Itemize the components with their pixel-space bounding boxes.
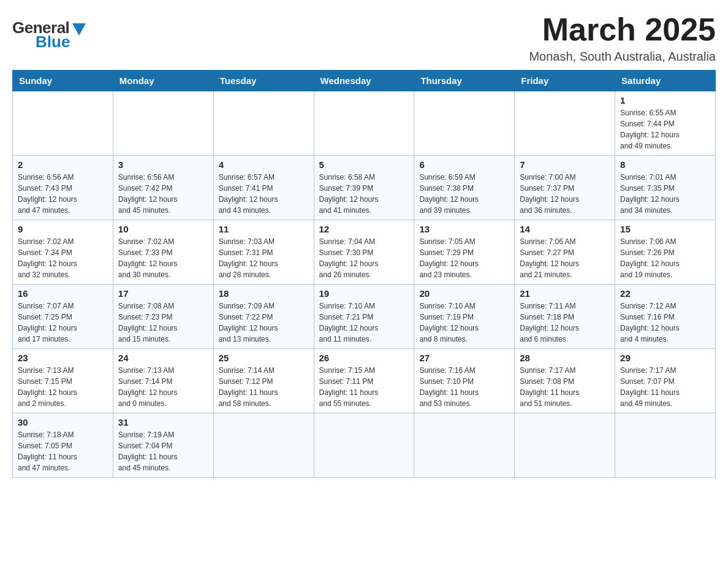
day-number: 12: [319, 224, 409, 234]
day-number: 19: [319, 288, 409, 299]
day-number: 16: [18, 288, 108, 299]
day-number: 29: [620, 353, 710, 363]
calendar-week-row: 1Sunrise: 6:55 AM Sunset: 7:44 PM Daylig…: [13, 91, 716, 156]
day-number: 14: [520, 224, 610, 234]
calendar-cell: [113, 91, 213, 156]
day-info: Sunrise: 7:19 AM Sunset: 7:04 PM Dayligh…: [118, 429, 208, 473]
calendar-week-row: 23Sunrise: 7:13 AM Sunset: 7:15 PM Dayli…: [13, 349, 716, 413]
calendar-cell: [515, 413, 615, 478]
calendar-cell: 2Sunrise: 6:56 AM Sunset: 7:43 PM Daylig…: [13, 156, 113, 220]
calendar-cell: 17Sunrise: 7:08 AM Sunset: 7:23 PM Dayli…: [113, 285, 213, 349]
calendar-cell: 28Sunrise: 7:17 AM Sunset: 7:08 PM Dayli…: [515, 349, 615, 413]
calendar-cell: 23Sunrise: 7:13 AM Sunset: 7:15 PM Dayli…: [13, 349, 113, 413]
day-number: 6: [419, 159, 509, 170]
day-info: Sunrise: 7:04 AM Sunset: 7:30 PM Dayligh…: [319, 236, 409, 280]
header: General Blue March 2025 Monash, South Au…: [12, 12, 716, 64]
day-info: Sunrise: 7:10 AM Sunset: 7:21 PM Dayligh…: [319, 301, 409, 345]
calendar-cell: 20Sunrise: 7:10 AM Sunset: 7:19 PM Dayli…: [414, 285, 515, 349]
calendar-header-row: SundayMondayTuesdayWednesdayThursdayFrid…: [13, 71, 716, 91]
weekday-header: Monday: [113, 71, 213, 91]
day-number: 27: [419, 353, 509, 363]
day-info: Sunrise: 7:16 AM Sunset: 7:10 PM Dayligh…: [419, 365, 509, 409]
month-title: March 2025: [529, 12, 716, 47]
day-number: 25: [219, 353, 309, 363]
day-number: 20: [419, 288, 509, 299]
day-info: Sunrise: 7:11 AM Sunset: 7:18 PM Dayligh…: [520, 301, 610, 345]
day-info: Sunrise: 6:58 AM Sunset: 7:39 PM Dayligh…: [319, 172, 409, 216]
logo: General Blue: [12, 18, 86, 52]
weekday-header: Thursday: [414, 71, 515, 91]
calendar-cell: 19Sunrise: 7:10 AM Sunset: 7:21 PM Dayli…: [314, 285, 414, 349]
calendar-week-row: 30Sunrise: 7:18 AM Sunset: 7:05 PM Dayli…: [13, 413, 716, 478]
weekday-header: Sunday: [13, 71, 113, 91]
day-info: Sunrise: 6:55 AM Sunset: 7:44 PM Dayligh…: [620, 107, 710, 151]
calendar-cell: 15Sunrise: 7:06 AM Sunset: 7:26 PM Dayli…: [615, 220, 716, 285]
day-number: 5: [319, 159, 409, 170]
day-number: 22: [620, 288, 710, 299]
day-info: Sunrise: 7:09 AM Sunset: 7:22 PM Dayligh…: [219, 301, 309, 345]
day-number: 4: [219, 159, 309, 170]
calendar-cell: 30Sunrise: 7:18 AM Sunset: 7:05 PM Dayli…: [13, 413, 113, 478]
day-number: 9: [18, 224, 108, 234]
day-number: 7: [520, 159, 610, 170]
day-number: 2: [18, 159, 108, 170]
calendar-cell: 22Sunrise: 7:12 AM Sunset: 7:16 PM Dayli…: [615, 285, 716, 349]
day-info: Sunrise: 7:13 AM Sunset: 7:14 PM Dayligh…: [118, 365, 208, 409]
calendar-cell: [314, 91, 414, 156]
calendar-cell: [13, 91, 113, 156]
day-info: Sunrise: 7:07 AM Sunset: 7:25 PM Dayligh…: [18, 301, 108, 345]
day-info: Sunrise: 7:00 AM Sunset: 7:37 PM Dayligh…: [520, 172, 610, 216]
location-title: Monash, South Australia, Australia: [529, 50, 716, 64]
day-info: Sunrise: 7:14 AM Sunset: 7:12 PM Dayligh…: [219, 365, 309, 409]
day-number: 3: [118, 159, 208, 170]
day-info: Sunrise: 7:17 AM Sunset: 7:07 PM Dayligh…: [620, 365, 710, 409]
day-number: 11: [219, 224, 309, 234]
calendar-cell: 21Sunrise: 7:11 AM Sunset: 7:18 PM Dayli…: [515, 285, 615, 349]
day-number: 17: [118, 288, 208, 299]
calendar-cell: 3Sunrise: 6:56 AM Sunset: 7:42 PM Daylig…: [113, 156, 213, 220]
day-info: Sunrise: 7:02 AM Sunset: 7:33 PM Dayligh…: [118, 236, 208, 280]
calendar-cell: 12Sunrise: 7:04 AM Sunset: 7:30 PM Dayli…: [314, 220, 414, 285]
calendar-cell: 26Sunrise: 7:15 AM Sunset: 7:11 PM Dayli…: [314, 349, 414, 413]
day-info: Sunrise: 7:12 AM Sunset: 7:16 PM Dayligh…: [620, 301, 710, 345]
day-info: Sunrise: 7:08 AM Sunset: 7:23 PM Dayligh…: [118, 301, 208, 345]
calendar-cell: 11Sunrise: 7:03 AM Sunset: 7:31 PM Dayli…: [213, 220, 314, 285]
calendar-cell: 7Sunrise: 7:00 AM Sunset: 7:37 PM Daylig…: [515, 156, 615, 220]
day-number: 31: [118, 417, 208, 427]
day-info: Sunrise: 7:06 AM Sunset: 7:26 PM Dayligh…: [620, 236, 710, 280]
day-number: 28: [520, 353, 610, 363]
calendar-cell: 24Sunrise: 7:13 AM Sunset: 7:14 PM Dayli…: [113, 349, 213, 413]
calendar-cell: [414, 413, 515, 478]
day-number: 30: [18, 417, 108, 427]
weekday-header: Tuesday: [213, 71, 314, 91]
day-info: Sunrise: 7:17 AM Sunset: 7:08 PM Dayligh…: [520, 365, 610, 409]
weekday-header: Wednesday: [314, 71, 414, 91]
calendar-cell: 18Sunrise: 7:09 AM Sunset: 7:22 PM Dayli…: [213, 285, 314, 349]
calendar-cell: 5Sunrise: 6:58 AM Sunset: 7:39 PM Daylig…: [314, 156, 414, 220]
day-info: Sunrise: 7:05 AM Sunset: 7:29 PM Dayligh…: [419, 236, 509, 280]
weekday-header: Friday: [515, 71, 615, 91]
calendar-week-row: 16Sunrise: 7:07 AM Sunset: 7:25 PM Dayli…: [13, 285, 716, 349]
day-info: Sunrise: 6:56 AM Sunset: 7:42 PM Dayligh…: [118, 172, 208, 216]
calendar: SundayMondayTuesdayWednesdayThursdayFrid…: [12, 70, 716, 478]
calendar-cell: [615, 413, 716, 478]
calendar-cell: 25Sunrise: 7:14 AM Sunset: 7:12 PM Dayli…: [213, 349, 314, 413]
day-info: Sunrise: 6:56 AM Sunset: 7:43 PM Dayligh…: [18, 172, 108, 216]
calendar-cell: 29Sunrise: 7:17 AM Sunset: 7:07 PM Dayli…: [615, 349, 716, 413]
day-number: 10: [118, 224, 208, 234]
title-area: March 2025 Monash, South Australia, Aust…: [529, 12, 716, 64]
day-number: 21: [520, 288, 610, 299]
day-info: Sunrise: 6:59 AM Sunset: 7:38 PM Dayligh…: [419, 172, 509, 216]
calendar-week-row: 9Sunrise: 7:02 AM Sunset: 7:34 PM Daylig…: [13, 220, 716, 285]
calendar-cell: 14Sunrise: 7:06 AM Sunset: 7:27 PM Dayli…: [515, 220, 615, 285]
day-info: Sunrise: 7:13 AM Sunset: 7:15 PM Dayligh…: [18, 365, 108, 409]
day-info: Sunrise: 7:15 AM Sunset: 7:11 PM Dayligh…: [319, 365, 409, 409]
calendar-cell: 4Sunrise: 6:57 AM Sunset: 7:41 PM Daylig…: [213, 156, 314, 220]
calendar-cell: 1Sunrise: 6:55 AM Sunset: 7:44 PM Daylig…: [615, 91, 716, 156]
logo-triangle-icon: [72, 23, 86, 36]
calendar-week-row: 2Sunrise: 6:56 AM Sunset: 7:43 PM Daylig…: [13, 156, 716, 220]
calendar-cell: 16Sunrise: 7:07 AM Sunset: 7:25 PM Dayli…: [13, 285, 113, 349]
calendar-cell: 27Sunrise: 7:16 AM Sunset: 7:10 PM Dayli…: [414, 349, 515, 413]
calendar-cell: [515, 91, 615, 156]
day-info: Sunrise: 7:02 AM Sunset: 7:34 PM Dayligh…: [18, 236, 108, 280]
